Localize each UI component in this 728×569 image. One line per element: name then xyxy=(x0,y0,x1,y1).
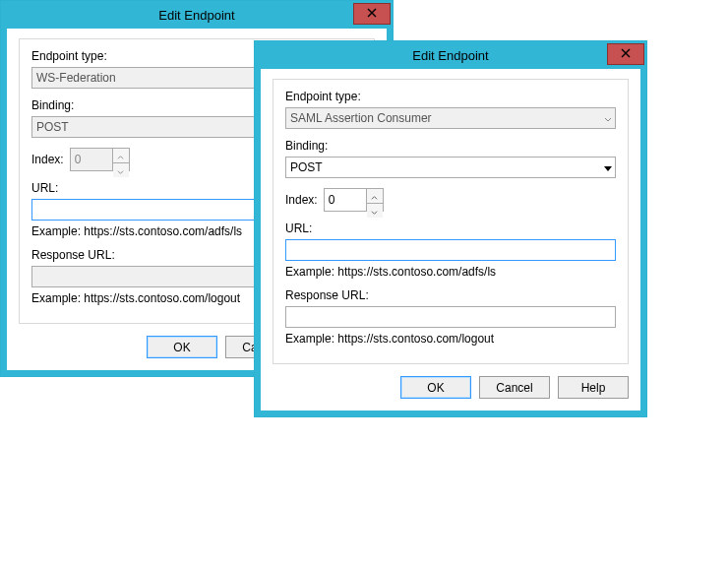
index-label: Index: xyxy=(31,153,64,166)
titlebar[interactable]: Edit Endpoint xyxy=(1,1,393,29)
index-value[interactable] xyxy=(325,189,366,211)
binding-field[interactable] xyxy=(285,157,616,178)
edit-endpoint-dialog-front: Edit Endpoint Endpoint type: Binding: xyxy=(254,40,647,417)
form-panel: Endpoint type: Binding: Index: xyxy=(273,79,629,364)
titlebar[interactable]: Edit Endpoint xyxy=(255,41,646,69)
button-row: OK Cancel Help xyxy=(273,376,629,399)
index-spinner[interactable] xyxy=(70,148,130,171)
index-label: Index: xyxy=(285,193,318,207)
chevron-down-icon xyxy=(371,204,378,218)
chevron-up-icon xyxy=(117,149,124,162)
close-icon xyxy=(621,47,631,61)
ok-button[interactable]: OK xyxy=(147,336,217,358)
dialog-title: Edit Endpoint xyxy=(412,48,488,63)
close-icon xyxy=(367,7,377,21)
index-up-button[interactable] xyxy=(367,189,383,204)
response-url-example: Example: https://sts.contoso.com/logout xyxy=(285,332,616,346)
response-url-field[interactable] xyxy=(285,306,616,328)
help-button[interactable]: Help xyxy=(558,376,629,399)
dialog-content: Endpoint type: Binding: Index: xyxy=(255,69,646,416)
index-up-button[interactable] xyxy=(113,149,129,163)
index-value[interactable] xyxy=(71,149,112,170)
endpoint-type-field[interactable] xyxy=(285,107,616,129)
index-spinner[interactable] xyxy=(324,188,384,212)
chevron-up-icon xyxy=(371,189,378,203)
cancel-button[interactable]: Cancel xyxy=(479,376,550,399)
chevron-down-icon xyxy=(117,163,124,177)
response-url-label: Response URL: xyxy=(285,288,616,302)
url-field[interactable] xyxy=(285,239,616,261)
dialog-title: Edit Endpoint xyxy=(158,8,234,23)
close-button[interactable] xyxy=(353,3,391,25)
url-example: Example: https://sts.contoso.com/adfs/ls xyxy=(285,265,616,279)
close-button[interactable] xyxy=(607,43,644,65)
index-down-button[interactable] xyxy=(367,204,383,218)
index-down-button[interactable] xyxy=(113,163,129,177)
endpoint-type-label: Endpoint type: xyxy=(285,90,616,103)
ok-button[interactable]: OK xyxy=(400,376,471,399)
binding-label: Binding: xyxy=(285,139,616,153)
url-label: URL: xyxy=(285,221,616,235)
